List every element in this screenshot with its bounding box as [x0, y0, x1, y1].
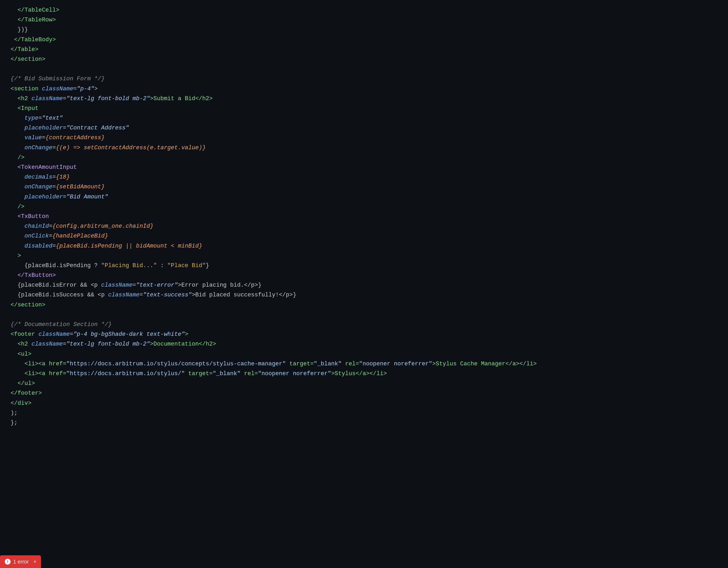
code-line: {placeBid.isSuccess && <p className="tex…	[11, 290, 717, 300]
code-line: <footer className="p-4 bg-bgShade-dark t…	[11, 330, 717, 339]
code-line: <TokenAmountInput	[11, 162, 717, 172]
code-line: })}	[11, 25, 717, 35]
code-line: type="text"	[11, 113, 717, 123]
error-icon: !	[5, 559, 11, 565]
code-line: disabled={placeBid.isPending || bidAmoun…	[11, 241, 717, 251]
code-line: </Table>	[11, 45, 717, 54]
code-line: </TableRow>	[11, 15, 717, 25]
code-line	[11, 64, 717, 74]
code-line: />	[11, 153, 717, 162]
code-line: </ul>	[11, 379, 717, 388]
code-line: >	[11, 251, 717, 261]
code-line: />	[11, 202, 717, 211]
code-line: <section className="p-4">	[11, 84, 717, 94]
code-editor: </TableCell> </TableRow> })} </TableBody…	[11, 5, 717, 428]
code-line: </div>	[11, 398, 717, 408]
code-line: <TxButton	[11, 211, 717, 221]
code-line: {/* Documentation Section */}	[11, 320, 717, 330]
code-line: <Input	[11, 104, 717, 113]
code-line: <h2 className="text-lg font-bold mb-2">S…	[11, 94, 717, 104]
code-line: </section>	[11, 54, 717, 64]
code-line	[11, 310, 717, 320]
code-line: <ul>	[11, 349, 717, 359]
code-line: {placeBid.isPending ? "Placing Bid..." :…	[11, 261, 717, 270]
code-line: };	[11, 418, 717, 428]
code-line: onClick={handlePlaceBid}	[11, 231, 717, 241]
code-line: decimals={18}	[11, 172, 717, 182]
code-line: );	[11, 408, 717, 418]
code-line: </section>	[11, 300, 717, 310]
code-line: </footer>	[11, 388, 717, 398]
code-line: chainId={config.arbitrum_one.chainId}	[11, 221, 717, 231]
close-button[interactable]: ×	[34, 558, 36, 566]
code-line: {placeBid.isError && <p className="text-…	[11, 280, 717, 290]
code-line: </TxButton>	[11, 270, 717, 280]
code-line: value={contractAddress}	[11, 133, 717, 143]
code-line: onChange={setBidAmount}	[11, 182, 717, 192]
code-line: {/* Bid Submission Form */}	[11, 74, 717, 84]
error-bar[interactable]: ! 1 error ×	[0, 555, 41, 568]
code-line: <li><a href="https://docs.arbitrum.io/st…	[11, 369, 717, 379]
error-count: 1 error	[13, 557, 29, 566]
code-line: placeholder="Bid Amount"	[11, 192, 717, 202]
code-line: </TableBody>	[11, 35, 717, 45]
code-line: <h2 className="text-lg font-bold mb-2">D…	[11, 339, 717, 349]
code-line: placeholder="Contract Address"	[11, 123, 717, 133]
code-line: </TableCell>	[11, 5, 717, 15]
code-line: <li><a href="https://docs.arbitrum.io/st…	[11, 359, 717, 369]
code-line: onChange={(e) => setContractAddress(e.ta…	[11, 143, 717, 153]
